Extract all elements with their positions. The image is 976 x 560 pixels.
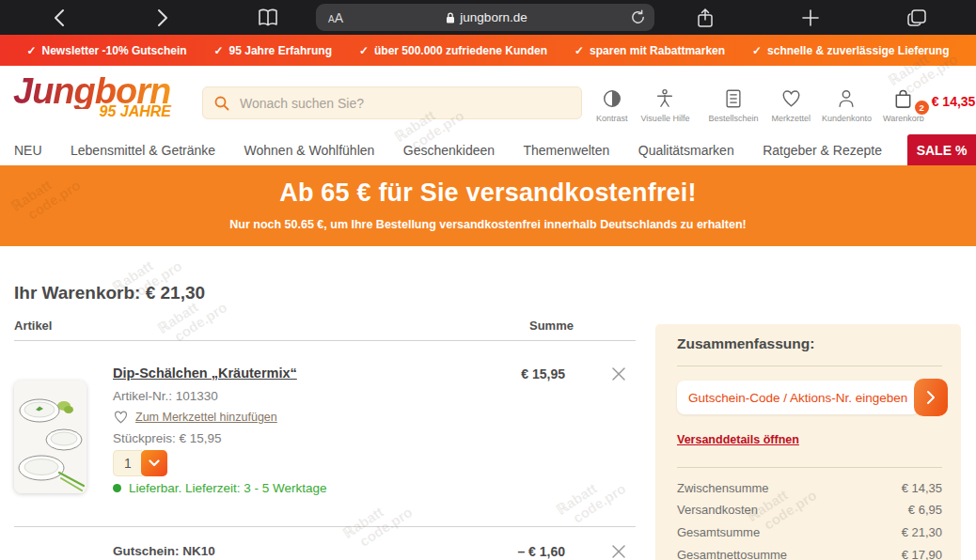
share-icon[interactable] <box>694 0 716 35</box>
contrast-icon <box>602 87 622 110</box>
browser-toolbar: AAAA jungborn.de <box>0 0 976 35</box>
divider <box>14 526 636 527</box>
availability-status: Lieferbar. Lieferzeit: 3 - 5 Werktage <box>113 481 327 495</box>
summary-row-shipping: Versandkosten€ 6,95 <box>677 503 942 517</box>
voucher-code-input[interactable] <box>677 381 921 414</box>
add-to-wishlist-link[interactable]: Zum Merkzettel hinzufügen <box>113 410 277 425</box>
nav-item-wohnen[interactable]: Wohnen & Wohlfühlen <box>244 143 375 158</box>
quantity-select[interactable]: 1 <box>113 450 167 476</box>
tabs-icon[interactable] <box>905 0 929 35</box>
stock-dot-icon <box>113 484 121 492</box>
cart-total[interactable]: € 14,35 <box>932 94 976 109</box>
product-title-link[interactable]: Dip-Schälchen „Kräutermix“ <box>113 366 297 381</box>
summary-title: Zusammenfassung: <box>677 335 814 352</box>
main-nav: NEU Lebensmittel & Getränke Wohnen & Woh… <box>0 134 976 165</box>
quantity-value: 1 <box>113 450 142 476</box>
search-box[interactable] <box>202 86 582 119</box>
account-button[interactable]: Kundenkonto <box>822 87 872 123</box>
contrast-button[interactable]: Kontrast <box>596 87 628 123</box>
usp-item: ✓Newsletter -10% Gutschein <box>26 44 186 57</box>
usp-banner: ✓Newsletter -10% Gutschein ✓95 Jahre Erf… <box>0 35 976 66</box>
divider <box>677 467 942 468</box>
product-unit-price: Stückpreis: € 15,95 <box>113 431 222 445</box>
usp-item: ✓über 500.000 zufriedene Kunden <box>359 44 547 57</box>
heart-icon <box>780 87 802 110</box>
banner-title: Ab 65 € für Sie versandkostenfrei! <box>0 179 976 208</box>
divider <box>677 366 942 366</box>
cart-button[interactable]: 2 Warenkorb <box>883 87 924 123</box>
product-sum: € 15,95 <box>484 366 565 381</box>
remove-item-icon[interactable] <box>611 366 626 381</box>
lock-icon <box>446 12 455 23</box>
search-input[interactable] <box>238 95 552 112</box>
remove-voucher-icon[interactable] <box>611 544 626 559</box>
summary-row-net-total: Gesamtnettosumme€ 17,90 <box>677 548 942 560</box>
column-header-article: Artikel <box>14 319 52 333</box>
check-icon: ✓ <box>26 44 36 57</box>
usp-item: ✓95 Jahre Erfahrung <box>214 44 332 57</box>
check-icon: ✓ <box>575 44 584 57</box>
divider <box>14 340 636 341</box>
voucher-label: Gutschein: NK10 <box>113 544 215 558</box>
watermark: ℝabattcode.pro <box>554 468 628 532</box>
watermark: ℝabattcode.pro <box>340 491 415 555</box>
cart-icon <box>892 87 914 110</box>
nav-item-geschenkideen[interactable]: Geschenkideen <box>403 143 495 158</box>
bookmarks-icon[interactable] <box>256 0 280 35</box>
chevron-right-icon <box>926 390 936 405</box>
site-header: Jungborn 95 JAHRE Kontrast Visuelle Hilf… <box>0 66 976 134</box>
order-form-icon <box>723 87 744 110</box>
forward-icon[interactable] <box>152 0 173 35</box>
cart-count-badge: 2 <box>913 99 931 117</box>
free-shipping-banner: Ab 65 € für Sie versandkostenfrei! Nur n… <box>0 165 976 246</box>
nav-item-qualitaetsmarken[interactable]: Qualitätsmarken <box>638 143 734 158</box>
summary-row-total: Gesamtsumme€ 21,30 <box>677 525 942 539</box>
new-tab-icon[interactable] <box>799 0 822 35</box>
order-form-button[interactable]: Bestellschein <box>708 87 758 123</box>
column-header-sum: Summe <box>529 319 574 333</box>
product-article-number: Artikel-Nr.: 101330 <box>113 389 218 403</box>
reload-icon[interactable] <box>630 9 646 25</box>
usp-item: ✓sparen mit Rabattmarken <box>575 44 725 57</box>
user-icon <box>836 87 857 110</box>
shipping-details-link[interactable]: Versanddetails öffnen <box>677 433 799 446</box>
usp-item: ✓schnelle & zuverlässige Lieferung <box>752 44 949 57</box>
url-host: jungborn.de <box>460 10 527 24</box>
nav-item-sale[interactable]: SALE % <box>907 134 976 165</box>
summary-panel: Zusammenfassung: Versanddetails öffnen Z… <box>655 324 961 560</box>
cart-title: Ihr Warenkorb: € 21,30 <box>14 283 205 303</box>
nav-item-neu[interactable]: NEU <box>14 143 42 158</box>
check-icon: ✓ <box>359 44 369 57</box>
voucher-sum: – € 1,60 <box>484 544 565 559</box>
voucher-code-box <box>677 381 920 414</box>
accessibility-icon <box>654 87 675 110</box>
wishlist-button[interactable]: Merkzettel <box>771 87 811 123</box>
product-image[interactable] <box>14 381 87 493</box>
logo[interactable]: Jungborn 95 JAHRE <box>13 73 182 120</box>
check-icon: ✓ <box>214 44 224 57</box>
back-icon[interactable] <box>49 0 70 35</box>
nav-item-themenwelten[interactable]: Themenwelten <box>524 143 610 158</box>
header-actions: Kontrast Visuelle Hilfe Bestellschein Me… <box>596 87 975 123</box>
address-bar[interactable]: AAAA jungborn.de <box>316 4 654 31</box>
heart-icon <box>113 410 129 425</box>
nav-item-lebensmittel[interactable]: Lebensmittel & Getränke <box>71 143 215 158</box>
chevron-down-icon[interactable] <box>141 450 167 476</box>
voucher-submit-button[interactable] <box>914 379 948 416</box>
visual-aid-button[interactable]: Visuelle Hilfe <box>641 87 690 123</box>
reader-button[interactable]: AAAA <box>328 9 343 26</box>
nav-item-ratgeber[interactable]: Ratgeber & Rezepte <box>763 143 882 158</box>
search-icon <box>214 96 229 111</box>
banner-subtitle: Nur noch 50.65 €, um Ihre Bestellung ver… <box>0 218 976 231</box>
check-icon: ✓ <box>752 44 762 57</box>
summary-row-subtotal: Zwischensumme€ 14,35 <box>677 481 942 495</box>
page: AAAA jungborn.de ✓Newsletter -10% Gutsch… <box>0 0 976 560</box>
